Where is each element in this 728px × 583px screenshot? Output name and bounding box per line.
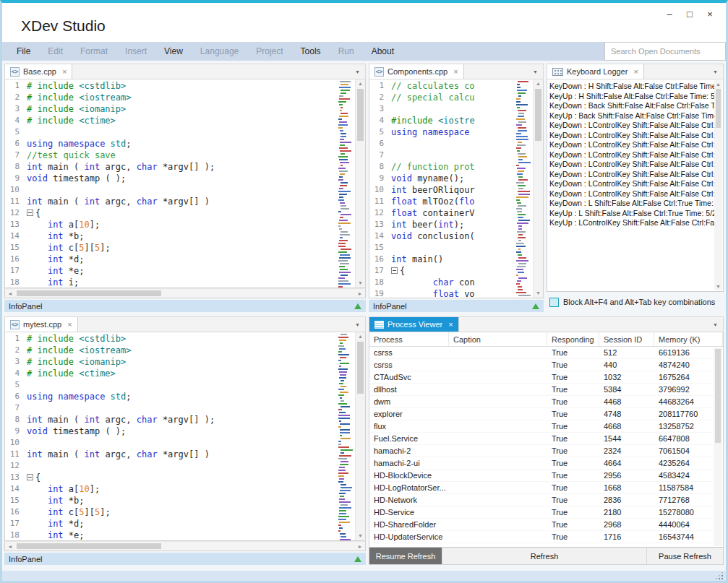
tab-close-icon[interactable]: ×	[633, 67, 638, 76]
scrollbar-track[interactable]	[15, 542, 355, 550]
process-row[interactable]: HD-BlockDeviceTrue29564583424	[369, 470, 723, 482]
process-row[interactable]: Fuel.ServiceTrue15446647808	[369, 433, 723, 445]
base-code-lines[interactable]: 1# include <cstdlib>2# include <iostream…	[5, 79, 338, 288]
scrollbar-thumb[interactable]	[17, 543, 161, 549]
tab-base-cpp[interactable]: Base.cpp ×	[5, 64, 72, 79]
scroll-down-icon[interactable]: ▼	[356, 279, 365, 288]
scrollbar-track[interactable]	[15, 289, 355, 298]
scrollbar-thumb[interactable]	[357, 89, 364, 141]
process-row[interactable]: dwmTrue446844683264	[369, 396, 723, 408]
vertical-scrollbar[interactable]: ▲ ▼	[355, 332, 365, 540]
tab-close-icon[interactable]: ×	[67, 320, 72, 329]
process-table-rows[interactable]: csrssTrue5126619136csrssTrue4404874240CT…	[369, 347, 723, 547]
scrollbar-thumb[interactable]	[535, 89, 541, 141]
scroll-right-icon[interactable]: ►	[355, 544, 365, 549]
scroll-up-icon[interactable]: ▲	[356, 332, 365, 341]
chevron-down-icon[interactable]: ▼	[528, 69, 543, 74]
maximize-icon[interactable]: □	[680, 6, 700, 22]
fold-collapse-icon[interactable]	[27, 210, 33, 216]
process-row[interactable]: HD-NetworkTrue28367712768	[369, 494, 723, 506]
components-code-lines[interactable]: 1// calculates co2// special calcu34#inc…	[369, 79, 515, 298]
refresh-button[interactable]: Refresh	[442, 548, 647, 564]
vertical-scrollbar[interactable]	[714, 347, 722, 546]
process-row[interactable]: HD-SharedFolderTrue29684440064	[369, 519, 723, 531]
process-row[interactable]: hamachi-2True23247061504	[369, 445, 723, 457]
scroll-down-icon[interactable]: ▼	[714, 282, 722, 290]
process-row[interactable]: HD-ServiceTrue218015278080	[369, 506, 723, 519]
process-row[interactable]: HD-UpdaterServiceTrue171616543744	[369, 531, 723, 543]
scroll-up-icon[interactable]: ▲	[714, 80, 722, 88]
column-header-responding[interactable]: Responding	[547, 332, 599, 346]
scroll-up-icon[interactable]: ▲	[534, 79, 543, 88]
scroll-down-icon[interactable]: ▼	[534, 289, 543, 298]
tab-close-icon[interactable]: ×	[448, 320, 453, 329]
tab-close-icon[interactable]: ×	[453, 67, 458, 76]
components-editor[interactable]: 1// calculates co2// special calcu34#inc…	[369, 79, 544, 298]
expand-triangle-icon[interactable]	[354, 556, 361, 562]
column-header-memory-k[interactable]: Memory (K)	[654, 332, 723, 346]
process-row[interactable]: fluxTrue466813258752	[369, 420, 723, 433]
scroll-left-icon[interactable]: ◄	[5, 544, 15, 549]
block-keys-checkbox[interactable]	[549, 298, 559, 307]
minimize-icon[interactable]: –	[659, 6, 680, 22]
process-row[interactable]: csrssTrue4404874240	[369, 359, 723, 371]
base-editor[interactable]: 1# include <cstdlib>2# include <iostream…	[4, 79, 366, 288]
process-row[interactable]: explorerTrue4748208117760	[369, 408, 723, 420]
chevron-down-icon[interactable]: ▼	[350, 322, 365, 327]
chevron-down-icon[interactable]: ▼	[708, 69, 723, 74]
column-header-caption[interactable]: Caption	[449, 332, 547, 346]
keyboard-log-list[interactable]: KeyDown : H Shift:False Alt:False Ctrl:F…	[547, 79, 724, 292]
menu-item-format[interactable]: Format	[80, 46, 108, 56]
fold-collapse-icon[interactable]	[27, 474, 33, 480]
vertical-scrollbar[interactable]: ▲ ▼	[533, 79, 543, 298]
mytest-code-lines[interactable]: 1# include <cstdlib>2# include <iostream…	[5, 332, 338, 540]
mytest-editor[interactable]: 1# include <cstdlib>2# include <iostream…	[4, 332, 366, 541]
menu-item-view[interactable]: View	[164, 46, 183, 56]
scrollbar-thumb[interactable]	[715, 349, 721, 443]
resume-refresh-button[interactable]: Resume Refresh	[369, 548, 442, 564]
tab-keyboard-logger[interactable]: Keyboard Logger ×	[547, 64, 644, 79]
minimap[interactable]	[515, 79, 533, 298]
menu-item-file[interactable]: File	[17, 46, 30, 56]
pause-refresh-button[interactable]: Pause Refresh	[647, 548, 723, 564]
horizontal-scrollbar[interactable]: ◄ ►	[4, 541, 366, 551]
resize-grip[interactable]	[714, 571, 723, 579]
tab-process-viewer[interactable]: Process Viewer ×	[369, 317, 459, 332]
scroll-up-icon[interactable]: ▲	[356, 79, 365, 88]
column-header-session-id[interactable]: Session ID	[599, 332, 654, 346]
menu-item-about[interactable]: About	[372, 46, 394, 56]
menu-item-language[interactable]: Language	[200, 46, 239, 56]
menu-item-project[interactable]: Project	[256, 46, 283, 56]
tab-components-cpp[interactable]: Components.cpp ×	[369, 64, 464, 79]
scrollbar-thumb[interactable]	[357, 342, 364, 394]
close-icon[interactable]: ×	[700, 6, 720, 22]
column-header-process[interactable]: Process	[369, 332, 449, 346]
scrollbar-thumb[interactable]	[716, 89, 721, 128]
scroll-left-icon[interactable]: ◄	[5, 291, 15, 296]
chevron-down-icon[interactable]: ▼	[708, 322, 723, 327]
horizontal-scrollbar[interactable]: ◄ ►	[4, 288, 366, 298]
menu-item-run[interactable]: Run	[338, 46, 354, 56]
vertical-scrollbar[interactable]: ▲ ▼	[355, 79, 365, 288]
scroll-down-icon[interactable]: ▼	[356, 532, 365, 540]
menu-item-tools[interactable]: Tools	[301, 46, 321, 56]
process-row[interactable]: dllhostTrue53843796992	[369, 384, 723, 396]
minimap[interactable]	[338, 79, 355, 288]
minimap[interactable]	[338, 332, 355, 540]
search-input[interactable]	[604, 42, 726, 61]
chevron-down-icon[interactable]: ▼	[350, 69, 365, 74]
fold-collapse-icon[interactable]	[391, 267, 398, 274]
scroll-right-icon[interactable]: ►	[355, 291, 365, 296]
expand-triangle-icon[interactable]	[532, 303, 539, 309]
vertical-scrollbar[interactable]: ▲ ▼	[714, 80, 722, 290]
process-row[interactable]: CTAudSvcTrue10321675264	[369, 371, 723, 384]
scrollbar-thumb[interactable]	[17, 290, 161, 296]
process-row[interactable]: hamachi-2-uiTrue46644235264	[369, 457, 723, 470]
expand-triangle-icon[interactable]	[354, 303, 361, 309]
menu-item-insert[interactable]: Insert	[125, 46, 147, 56]
tab-mytest-cpp[interactable]: mytest.cpp ×	[5, 317, 78, 332]
tab-close-icon[interactable]: ×	[62, 67, 67, 76]
process-row[interactable]: csrssTrue5126619136	[369, 347, 723, 359]
process-row[interactable]: HD-LogRotatorSer...True166811587584	[369, 482, 723, 494]
menu-item-edit[interactable]: Edit	[48, 46, 63, 56]
